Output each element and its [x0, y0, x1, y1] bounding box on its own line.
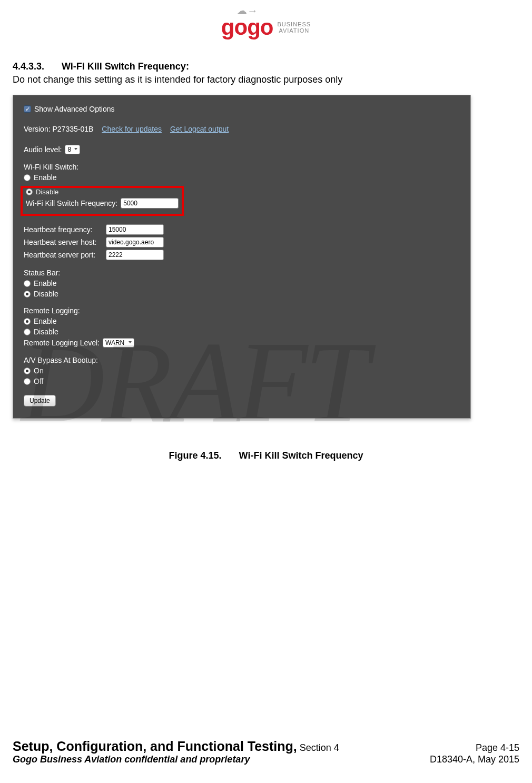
hb-host-input[interactable]: video.gogo.aero: [106, 237, 164, 247]
bypass-label: A/V Bypass At Bootup:: [24, 356, 460, 364]
section-number: 4.4.3.3.: [13, 61, 59, 72]
footer-page: Page 4-15: [476, 742, 519, 754]
wifi-enable-radio[interactable]: [24, 174, 31, 181]
hb-freq-label: Heartbeat frequency:: [24, 225, 103, 234]
hb-port-label: Heartbeat server port:: [24, 251, 103, 259]
status-bar-label: Status Bar:: [24, 269, 460, 277]
show-advanced-checkbox[interactable]: ✓: [24, 105, 31, 113]
page-footer: Setup, Configuration, and Functional Tes…: [13, 739, 519, 765]
wifi-disable-radio[interactable]: [26, 189, 33, 195]
bypass-on-radio[interactable]: [24, 368, 31, 374]
hb-port-input[interactable]: 2222: [106, 250, 164, 260]
wifi-disable-label: Disable: [36, 188, 58, 196]
remote-log-label: Remote Logging:: [24, 306, 460, 315]
logo-subtext: BUSINESSAVIATION: [277, 21, 311, 34]
get-logcat-link[interactable]: Get Logcat output: [170, 125, 229, 133]
statusbar-enable-label: Enable: [34, 279, 57, 288]
version-label: Version: P27335-01B: [24, 125, 93, 133]
embedded-screenshot: ✓ Show Advanced Options Version: P27335-…: [13, 95, 471, 419]
audio-level-label: Audio level:: [24, 145, 62, 154]
section-heading: 4.4.3.3. Wi-Fi Kill Switch Frequency:: [13, 61, 519, 72]
remote-log-level-label: Remote Logging Level:: [24, 339, 100, 347]
wifi-enable-label: Enable: [34, 173, 57, 182]
remotelog-disable-label: Disable: [34, 328, 58, 336]
wifi-freq-input[interactable]: 5000: [121, 198, 179, 209]
remotelog-enable-label: Enable: [34, 317, 57, 325]
highlight-box: Disable Wi-Fi Kill Switch Frequency: 500…: [21, 186, 184, 216]
wifi-freq-label: Wi-Fi Kill Switch Frequency:: [26, 199, 117, 207]
section-body: Do not change this setting as it is inte…: [13, 74, 519, 85]
section-title: Wi-Fi Kill Switch Frequency:: [62, 61, 189, 72]
show-advanced-label: Show Advanced Options: [34, 105, 115, 113]
logo-header: ☁→ gogo BUSINESSAVIATION: [13, 15, 519, 40]
figure-number: Figure 4.15.: [169, 450, 222, 461]
check-updates-link[interactable]: Check for updates: [102, 125, 162, 133]
logo-brand: gogo: [221, 15, 273, 39]
remotelog-enable-radio[interactable]: [24, 318, 31, 325]
bypass-on-label: On: [34, 366, 44, 375]
audio-level-select[interactable]: 8: [65, 145, 80, 154]
bypass-off-radio[interactable]: [24, 378, 31, 385]
hb-host-label: Heartbeat server host:: [24, 238, 103, 246]
figure-title: Wi-Fi Kill Switch Frequency: [239, 450, 363, 461]
bypass-off-label: Off: [34, 377, 43, 385]
footer-docnum: D18340-A, May 2015: [430, 754, 519, 765]
remotelog-disable-radio[interactable]: [24, 329, 31, 335]
figure-caption: Figure 4.15. Wi-Fi Kill Switch Frequency: [13, 450, 519, 461]
statusbar-enable-radio[interactable]: [24, 280, 31, 287]
statusbar-disable-label: Disable: [34, 290, 58, 298]
wifi-kill-label: Wi-Fi Kill Switch:: [24, 163, 460, 171]
hb-freq-input[interactable]: 15000: [106, 224, 164, 235]
update-button[interactable]: Update: [24, 395, 56, 407]
remote-log-level-select[interactable]: WARN: [103, 338, 134, 348]
statusbar-disable-radio[interactable]: [24, 291, 31, 298]
footer-confidential: Gogo Business Aviation confidential and …: [13, 754, 250, 765]
footer-title: Setup, Configuration, and Functional Tes…: [13, 739, 297, 754]
footer-section: Section 4: [300, 742, 339, 753]
